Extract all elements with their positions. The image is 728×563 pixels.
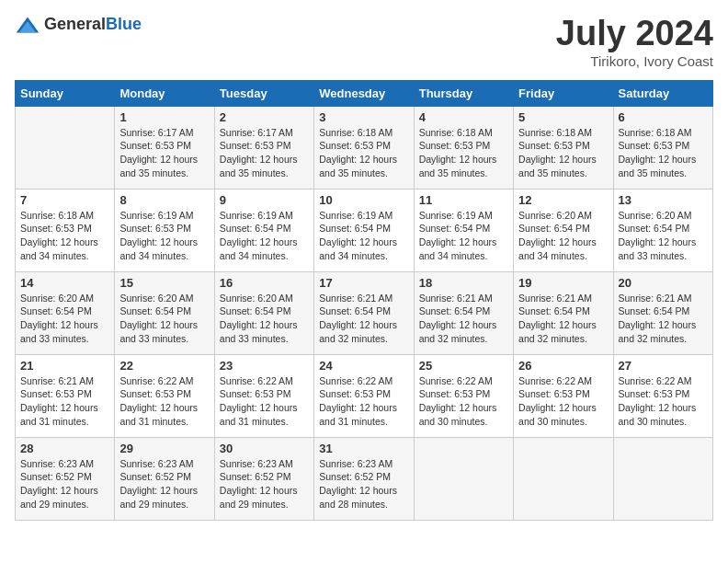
day-cell: 29Sunrise: 6:23 AMSunset: 6:52 PMDayligh… bbox=[115, 437, 214, 520]
day-number: 7 bbox=[20, 193, 109, 207]
day-cell: 9Sunrise: 6:19 AMSunset: 6:54 PMDaylight… bbox=[214, 189, 313, 271]
day-number: 16 bbox=[220, 276, 309, 290]
day-cell: 2Sunrise: 6:17 AMSunset: 6:53 PMDaylight… bbox=[214, 106, 313, 189]
day-info: Sunrise: 6:22 AMSunset: 6:53 PMDaylight:… bbox=[220, 374, 309, 429]
day-number: 28 bbox=[20, 442, 109, 455]
week-row-3: 14Sunrise: 6:20 AMSunset: 6:54 PMDayligh… bbox=[16, 271, 713, 354]
day-number: 8 bbox=[119, 193, 209, 207]
day-number: 11 bbox=[419, 193, 508, 207]
day-cell: 25Sunrise: 6:22 AMSunset: 6:53 PMDayligh… bbox=[414, 354, 513, 437]
day-info: Sunrise: 6:18 AMSunset: 6:53 PMDaylight:… bbox=[619, 126, 708, 180]
day-info: Sunrise: 6:20 AMSunset: 6:54 PMDaylight:… bbox=[619, 209, 708, 263]
day-cell: 10Sunrise: 6:19 AMSunset: 6:54 PMDayligh… bbox=[314, 189, 414, 271]
day-info: Sunrise: 6:18 AMSunset: 6:53 PMDaylight:… bbox=[518, 126, 608, 180]
day-info: Sunrise: 6:17 AMSunset: 6:53 PMDaylight:… bbox=[119, 126, 209, 180]
day-info: Sunrise: 6:20 AMSunset: 6:54 PMDaylight:… bbox=[518, 209, 608, 263]
day-number: 12 bbox=[518, 193, 608, 207]
day-info: Sunrise: 6:20 AMSunset: 6:54 PMDaylight:… bbox=[220, 292, 309, 346]
day-info: Sunrise: 6:23 AMSunset: 6:52 PMDaylight:… bbox=[220, 457, 309, 511]
day-cell bbox=[514, 437, 613, 520]
calendar-table: Sunday Monday Tuesday Wednesday Thursday… bbox=[15, 80, 713, 521]
logo-text: GeneralBlue bbox=[44, 15, 142, 34]
col-wednesday: Wednesday bbox=[314, 80, 414, 106]
day-info: Sunrise: 6:20 AMSunset: 6:54 PMDaylight:… bbox=[20, 292, 109, 346]
day-info: Sunrise: 6:21 AMSunset: 6:53 PMDaylight:… bbox=[20, 374, 109, 429]
day-cell: 15Sunrise: 6:20 AMSunset: 6:54 PMDayligh… bbox=[115, 271, 214, 354]
header-row: Sunday Monday Tuesday Wednesday Thursday… bbox=[16, 80, 713, 106]
day-info: Sunrise: 6:21 AMSunset: 6:54 PMDaylight:… bbox=[319, 292, 408, 346]
day-info: Sunrise: 6:21 AMSunset: 6:54 PMDaylight:… bbox=[419, 292, 508, 346]
day-cell: 6Sunrise: 6:18 AMSunset: 6:53 PMDaylight… bbox=[613, 106, 712, 189]
day-number: 4 bbox=[419, 110, 508, 124]
day-info: Sunrise: 6:18 AMSunset: 6:53 PMDaylight:… bbox=[419, 126, 508, 180]
day-cell: 3Sunrise: 6:18 AMSunset: 6:53 PMDaylight… bbox=[314, 106, 414, 189]
day-number: 30 bbox=[220, 442, 309, 455]
day-number: 29 bbox=[119, 442, 209, 455]
day-cell bbox=[16, 106, 115, 189]
week-row-2: 7Sunrise: 6:18 AMSunset: 6:53 PMDaylight… bbox=[16, 189, 713, 271]
day-cell: 17Sunrise: 6:21 AMSunset: 6:54 PMDayligh… bbox=[314, 271, 414, 354]
day-number: 26 bbox=[518, 359, 608, 373]
day-info: Sunrise: 6:19 AMSunset: 6:54 PMDaylight:… bbox=[419, 209, 508, 263]
day-number: 19 bbox=[518, 276, 608, 290]
day-info: Sunrise: 6:23 AMSunset: 6:52 PMDaylight:… bbox=[20, 457, 109, 511]
day-cell: 7Sunrise: 6:18 AMSunset: 6:53 PMDaylight… bbox=[16, 189, 115, 271]
day-cell: 4Sunrise: 6:18 AMSunset: 6:53 PMDaylight… bbox=[414, 106, 513, 189]
week-row-1: 1Sunrise: 6:17 AMSunset: 6:53 PMDaylight… bbox=[16, 106, 713, 189]
col-tuesday: Tuesday bbox=[214, 80, 313, 106]
day-number: 15 bbox=[119, 276, 209, 290]
day-cell: 30Sunrise: 6:23 AMSunset: 6:52 PMDayligh… bbox=[214, 437, 313, 520]
logo-icon bbox=[15, 16, 40, 34]
day-cell: 18Sunrise: 6:21 AMSunset: 6:54 PMDayligh… bbox=[414, 271, 513, 354]
day-number: 17 bbox=[319, 276, 408, 290]
calendar-header: Sunday Monday Tuesday Wednesday Thursday… bbox=[16, 80, 713, 106]
day-number: 24 bbox=[319, 359, 408, 373]
day-cell: 28Sunrise: 6:23 AMSunset: 6:52 PMDayligh… bbox=[16, 437, 115, 520]
day-info: Sunrise: 6:22 AMSunset: 6:53 PMDaylight:… bbox=[319, 374, 408, 429]
day-cell bbox=[414, 437, 513, 520]
day-cell: 8Sunrise: 6:19 AMSunset: 6:53 PMDaylight… bbox=[115, 189, 214, 271]
day-number: 6 bbox=[619, 110, 708, 124]
day-info: Sunrise: 6:22 AMSunset: 6:53 PMDaylight:… bbox=[518, 374, 608, 429]
col-sunday: Sunday bbox=[16, 80, 115, 106]
day-info: Sunrise: 6:18 AMSunset: 6:53 PMDaylight:… bbox=[20, 209, 109, 263]
day-info: Sunrise: 6:23 AMSunset: 6:52 PMDaylight:… bbox=[319, 457, 408, 511]
day-number: 31 bbox=[319, 442, 408, 455]
day-number: 5 bbox=[518, 110, 608, 124]
page-header: GeneralBlue July 2024 Tirikoro, Ivory Co… bbox=[15, 15, 713, 69]
day-cell bbox=[613, 437, 712, 520]
day-info: Sunrise: 6:19 AMSunset: 6:54 PMDaylight:… bbox=[319, 209, 408, 263]
day-cell: 16Sunrise: 6:20 AMSunset: 6:54 PMDayligh… bbox=[214, 271, 313, 354]
day-cell: 22Sunrise: 6:22 AMSunset: 6:53 PMDayligh… bbox=[115, 354, 214, 437]
day-cell: 24Sunrise: 6:22 AMSunset: 6:53 PMDayligh… bbox=[314, 354, 414, 437]
day-info: Sunrise: 6:19 AMSunset: 6:54 PMDaylight:… bbox=[220, 209, 309, 263]
day-number: 10 bbox=[319, 193, 408, 207]
day-cell: 12Sunrise: 6:20 AMSunset: 6:54 PMDayligh… bbox=[514, 189, 613, 271]
day-cell: 14Sunrise: 6:20 AMSunset: 6:54 PMDayligh… bbox=[16, 271, 115, 354]
day-info: Sunrise: 6:17 AMSunset: 6:53 PMDaylight:… bbox=[220, 126, 309, 180]
day-cell: 23Sunrise: 6:22 AMSunset: 6:53 PMDayligh… bbox=[214, 354, 313, 437]
logo-blue: Blue bbox=[106, 15, 142, 33]
logo: GeneralBlue bbox=[15, 15, 142, 34]
day-cell: 11Sunrise: 6:19 AMSunset: 6:54 PMDayligh… bbox=[414, 189, 513, 271]
location: Tirikoro, Ivory Coast bbox=[556, 53, 713, 69]
title-block: July 2024 Tirikoro, Ivory Coast bbox=[556, 15, 713, 69]
day-number: 13 bbox=[619, 193, 708, 207]
day-cell: 19Sunrise: 6:21 AMSunset: 6:54 PMDayligh… bbox=[514, 271, 613, 354]
day-info: Sunrise: 6:20 AMSunset: 6:54 PMDaylight:… bbox=[119, 292, 209, 346]
day-info: Sunrise: 6:19 AMSunset: 6:53 PMDaylight:… bbox=[119, 209, 209, 263]
day-info: Sunrise: 6:22 AMSunset: 6:53 PMDaylight:… bbox=[119, 374, 209, 429]
day-number: 22 bbox=[119, 359, 209, 373]
day-number: 3 bbox=[319, 110, 408, 124]
day-cell: 13Sunrise: 6:20 AMSunset: 6:54 PMDayligh… bbox=[613, 189, 712, 271]
day-info: Sunrise: 6:21 AMSunset: 6:54 PMDaylight:… bbox=[518, 292, 608, 346]
day-number: 27 bbox=[619, 359, 708, 373]
day-cell: 26Sunrise: 6:22 AMSunset: 6:53 PMDayligh… bbox=[514, 354, 613, 437]
day-cell: 5Sunrise: 6:18 AMSunset: 6:53 PMDaylight… bbox=[514, 106, 613, 189]
day-info: Sunrise: 6:21 AMSunset: 6:54 PMDaylight:… bbox=[619, 292, 708, 346]
day-info: Sunrise: 6:22 AMSunset: 6:53 PMDaylight:… bbox=[419, 374, 508, 429]
day-number: 25 bbox=[419, 359, 508, 373]
day-number: 14 bbox=[20, 276, 109, 290]
col-thursday: Thursday bbox=[414, 80, 513, 106]
day-info: Sunrise: 6:18 AMSunset: 6:53 PMDaylight:… bbox=[319, 126, 408, 180]
